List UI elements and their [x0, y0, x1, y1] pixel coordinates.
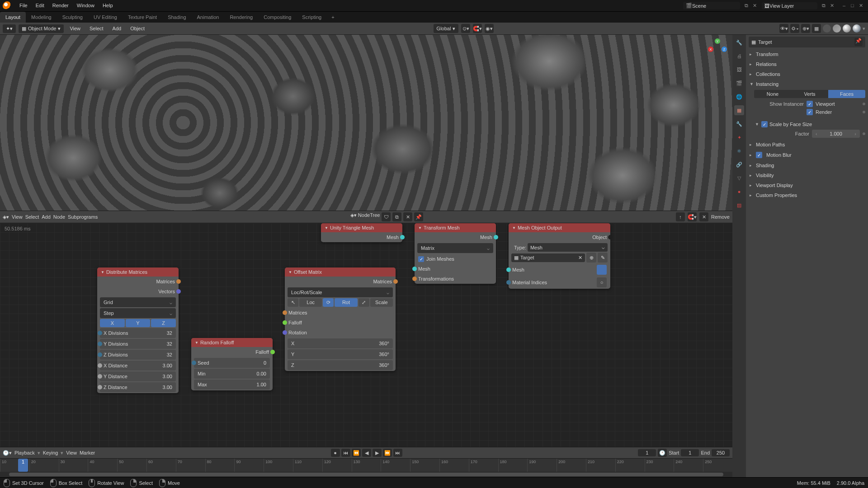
max-field[interactable]: Max1.00 [194, 380, 270, 389]
matindices-toggle-icon[interactable]: ○ [597, 277, 607, 287]
anim-dot-icon[interactable] [863, 132, 865, 135]
orientation-dropdown[interactable]: Global ▾ [434, 24, 459, 33]
tab-scripting[interactable]: Scripting [297, 12, 327, 23]
autokey-icon[interactable]: ● [331, 449, 340, 457]
instancing-verts-button[interactable]: Verts [791, 90, 828, 98]
socket-mesh-out[interactable] [400, 235, 405, 239]
proptab-render-icon[interactable]: 🔧 [734, 38, 744, 47]
arrow-up-icon[interactable]: ↑ [676, 212, 685, 221]
timeline-track[interactable]: 1020304050607080901001101201301401501601… [0, 458, 732, 472]
matrix-dropdown[interactable]: Matrix [417, 243, 493, 253]
delete-scene-icon[interactable]: ✕ [753, 3, 759, 9]
section-viewport-display[interactable]: Viewport Display [749, 181, 865, 189]
instancing-faces-button[interactable]: Faces [828, 90, 865, 98]
distribute-step-dropdown[interactable]: Step [100, 308, 176, 318]
factor-field[interactable]: 1.000 [812, 130, 860, 138]
axis-y-button[interactable]: Y [126, 319, 151, 327]
visibility-icon[interactable]: 👁▾ [779, 24, 788, 33]
render-checkbox[interactable] [807, 109, 813, 115]
menu-edit[interactable]: Edit [32, 0, 48, 11]
socket-vectors-out[interactable] [176, 289, 181, 294]
overlay-icon[interactable]: ⊕▾ [801, 24, 810, 33]
axis-z-icon[interactable]: Z [722, 47, 727, 52]
snap-node-icon[interactable]: 🧲▾ [688, 212, 697, 221]
socket-mesh-in[interactable] [412, 267, 417, 271]
node-node-menu[interactable]: Node [53, 214, 65, 220]
editor-type-dropdown[interactable]: ✦▾ [3, 24, 16, 33]
3d-viewport[interactable]: X Y Z [0, 35, 732, 211]
shading-wireframe-icon[interactable] [823, 24, 831, 33]
scene-selector[interactable]: 🎬 [683, 2, 740, 9]
proportional-icon[interactable]: ◉▾ [485, 24, 494, 33]
view-menu[interactable]: View [66, 26, 84, 31]
new-tree-icon[interactable]: ⧉ [392, 212, 401, 221]
axis-x-icon[interactable]: X [708, 47, 713, 52]
socket-mesh-out[interactable] [494, 235, 498, 239]
node-select-menu[interactable]: Select [25, 214, 39, 220]
viewport-checkbox[interactable] [807, 101, 813, 107]
socket-matrices-out[interactable] [393, 279, 398, 284]
timeline-editor-dropdown[interactable]: 🕐▾ [3, 450, 12, 456]
node-mesh-object-output[interactable]: Mesh Object Output Object Type: Mesh⌵ ▦T… [509, 223, 610, 289]
tl-playback-menu[interactable]: Playback [14, 450, 35, 455]
node-add-menu[interactable]: Add [42, 214, 51, 220]
prev-key-icon[interactable]: ⏪ [352, 449, 361, 457]
xray-icon[interactable]: ▦ [812, 24, 821, 33]
new-layer-icon[interactable]: ⧉ [822, 3, 828, 9]
rot-z-field[interactable]: Z360° [288, 360, 393, 370]
scale-icon[interactable]: ⤢ [359, 298, 369, 307]
socket-transformations-in[interactable] [412, 277, 417, 281]
socket-falloff-out[interactable] [270, 350, 275, 354]
remove-icon[interactable]: ✕ [699, 212, 708, 221]
tab-modeling[interactable]: Modeling [26, 12, 57, 23]
join-meshes-checkbox[interactable]: Join Meshes [415, 254, 496, 264]
target-field[interactable]: ▦Target✕ [511, 253, 585, 262]
section-scale-by-face[interactable]: Scale by Face Size [754, 120, 865, 129]
shield-icon[interactable]: 🛡 [382, 212, 391, 221]
node-transform-mesh[interactable]: Transform Mesh Mesh Matrix Join Meshes M… [415, 223, 496, 284]
socket-falloff-in[interactable] [283, 320, 287, 325]
shading-solid-icon[interactable] [833, 24, 841, 33]
loc-icon[interactable]: ↖ [288, 298, 298, 307]
offset-mode-dropdown[interactable]: Loc/Rot/Scale [288, 287, 393, 297]
pin-tree-icon[interactable]: 📌 [414, 212, 423, 221]
node-editor-canvas[interactable]: 50.5186 ms Distribute Matrices Matrices … [0, 223, 732, 447]
close-icon[interactable]: ✕ [859, 3, 865, 9]
type-dropdown[interactable]: Mesh⌵ [528, 243, 608, 252]
proptab-material-icon[interactable]: ● [734, 187, 744, 197]
socket-matrices-in[interactable] [283, 310, 287, 315]
snap-icon[interactable]: 🧲▾ [473, 24, 482, 33]
nodetree-dropdown[interactable]: ◈▾ NodeTree [350, 212, 380, 221]
viewlayer-name-input[interactable] [769, 3, 815, 9]
y-divisions-field[interactable]: Y Divisions32 [100, 339, 176, 349]
delete-layer-icon[interactable]: ✕ [830, 3, 836, 9]
proptab-object-icon[interactable]: ▦ [734, 105, 744, 115]
axis-x-button[interactable]: X [100, 319, 125, 327]
proptab-modifiers-icon[interactable]: 🔧 [734, 119, 744, 129]
proptab-constraints-icon[interactable]: 🔗 [734, 160, 744, 169]
axis-z-button[interactable]: Z [151, 319, 176, 327]
rot-button[interactable]: Rot [335, 298, 357, 307]
timeline-scrollbar[interactable] [0, 472, 732, 477]
object-menu[interactable]: Object [127, 26, 148, 31]
proptab-scene-icon[interactable]: 🎬 [734, 78, 744, 88]
proptab-data-icon[interactable]: ▽ [734, 173, 744, 183]
section-collections[interactable]: Collections [749, 70, 865, 78]
section-instancing[interactable]: Instancing [749, 80, 865, 88]
section-relations[interactable]: Relations [749, 60, 865, 68]
start-frame-field[interactable]: 1 [681, 449, 699, 456]
rot-x-field[interactable]: X360° [288, 338, 393, 348]
mesh-toggle-icon[interactable] [597, 265, 607, 275]
proptab-world-icon[interactable]: 🌐 [734, 92, 744, 102]
tab-texture[interactable]: Texture Paint [123, 12, 162, 23]
node-view-menu[interactable]: View [12, 214, 23, 220]
proptab-texture-icon[interactable]: ▨ [734, 200, 744, 210]
tab-uv[interactable]: UV Editing [88, 12, 123, 23]
select-menu[interactable]: Select [86, 26, 107, 31]
new-scene-icon[interactable]: ⧉ [745, 3, 751, 9]
add-workspace-icon[interactable]: + [327, 14, 339, 20]
axis-y-icon[interactable]: Y [715, 38, 720, 44]
play-reverse-icon[interactable]: ◀ [362, 449, 371, 457]
tab-animation[interactable]: Animation [192, 12, 225, 23]
menu-file[interactable]: File [15, 0, 32, 11]
